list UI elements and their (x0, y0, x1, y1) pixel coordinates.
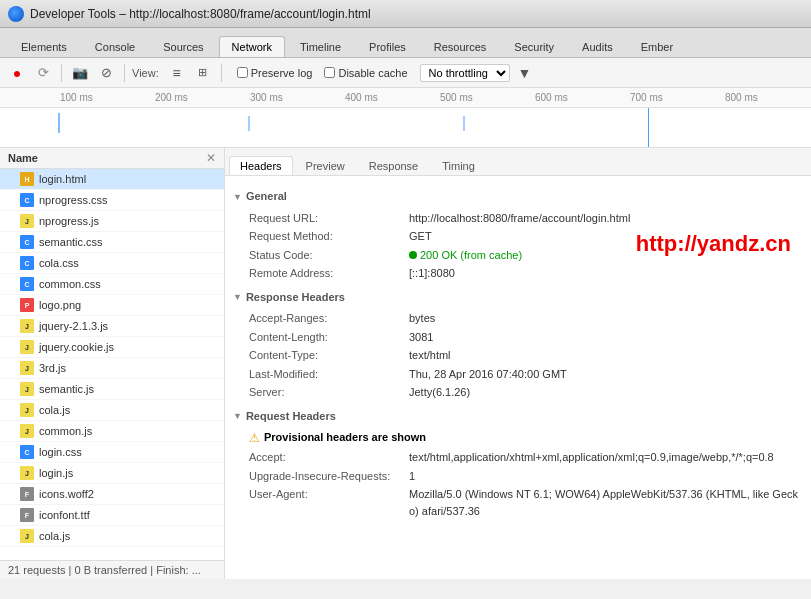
tick-700ms: 700 ms (630, 88, 663, 107)
timeline-vline (648, 108, 649, 148)
file-item-jquery[interactable]: J jquery-2.1.3.js (0, 316, 224, 337)
timeline-marker-3 (463, 116, 465, 131)
file-name-common-js: common.js (39, 425, 92, 437)
tab-ember[interactable]: Ember (628, 36, 686, 57)
throttle-select[interactable]: No throttling (420, 64, 510, 82)
request-val-upgrade: 1 (409, 468, 415, 485)
response-key-last-modified: Last-Modified: (249, 366, 409, 383)
file-icon-font-1: F (20, 487, 34, 501)
file-name-icons-woff2: icons.woff2 (39, 488, 94, 500)
file-icon-js-3: J (20, 340, 34, 354)
filter-button[interactable]: ⊘ (95, 62, 117, 84)
file-item-iconfont-ttf[interactable]: F iconfont.ttf (0, 505, 224, 526)
file-icon-js-9: J (20, 529, 34, 543)
file-icon-js-5: J (20, 382, 34, 396)
close-panel-button[interactable]: ✕ (206, 151, 216, 165)
view-list-button[interactable]: ≡ (166, 62, 188, 84)
detail-tab-preview[interactable]: Preview (295, 156, 356, 175)
view-grid-button[interactable]: ⊞ (192, 62, 214, 84)
file-item-icons-woff2[interactable]: F icons.woff2 (0, 484, 224, 505)
response-row-1: Content-Length: 3081 (233, 328, 803, 347)
tab-resources[interactable]: Resources (421, 36, 500, 57)
response-val-content-length: 3081 (409, 329, 433, 346)
response-val-content-type: text/html (409, 347, 451, 364)
tab-profiles[interactable]: Profiles (356, 36, 419, 57)
file-item-jquery-cookie[interactable]: J jquery.cookie.js (0, 337, 224, 358)
general-section-header: General (233, 188, 803, 206)
detail-tab-timing[interactable]: Timing (431, 156, 486, 175)
record-button[interactable]: ● (6, 62, 28, 84)
file-item-cola-css[interactable]: C cola.css (0, 253, 224, 274)
file-item-login-css[interactable]: C login.css (0, 442, 224, 463)
tab-network[interactable]: Network (219, 36, 285, 57)
file-item-common-css[interactable]: C common.css (0, 274, 224, 295)
file-icon-css-1: C (20, 193, 34, 207)
tab-elements[interactable]: Elements (8, 36, 80, 57)
tick-500ms: 600 ms (535, 88, 568, 107)
detail-content: http://yandz.cn General Request URL: htt… (225, 176, 811, 579)
toolbar-separator-2 (124, 64, 125, 82)
tab-security[interactable]: Security (501, 36, 567, 57)
request-warning-row: ⚠ Provisional headers are shown (233, 428, 803, 448)
general-val-status: 200 OK (from cache) (409, 247, 522, 264)
detail-tab-headers[interactable]: Headers (229, 156, 293, 175)
network-toolbar: ● ⟳ 📷 ⊘ View: ≡ ⊞ Preserve log Disable c… (0, 58, 811, 88)
disable-cache-checkbox[interactable] (324, 67, 335, 78)
tick-100ms: 100 ms (60, 88, 93, 107)
request-row-2: User-Agent: Mozilla/5.0 (Windows NT 6.1;… (233, 485, 803, 520)
view-label: View: (132, 67, 159, 79)
file-item-3rd[interactable]: J 3rd.js (0, 358, 224, 379)
file-list-header-label: Name (8, 152, 38, 164)
request-row-1: Upgrade-Insecure-Requests: 1 (233, 467, 803, 486)
file-item-cola-js-2[interactable]: J cola.js (0, 526, 224, 547)
preserve-log-checkbox[interactable] (237, 67, 248, 78)
request-key-accept: Accept: (249, 449, 409, 466)
tab-sources[interactable]: Sources (150, 36, 216, 57)
timeline-marker-2 (248, 116, 250, 131)
tab-console[interactable]: Console (82, 36, 148, 57)
general-val-url: http://localhost:8080/frame/account/logi… (409, 210, 630, 227)
toolbar-separator-1 (61, 64, 62, 82)
request-key-user-agent: User-Agent: (249, 486, 409, 519)
throttle-arrow[interactable]: ▼ (518, 65, 532, 81)
file-name-logo-png: logo.png (39, 299, 81, 311)
tab-timeline[interactable]: Timeline (287, 36, 354, 57)
file-item-common-js[interactable]: J common.js (0, 421, 224, 442)
general-row-method: Request Method: GET (233, 227, 803, 246)
request-val-accept: text/html,application/xhtml+xml,applicat… (409, 449, 774, 466)
file-name-3rd: 3rd.js (39, 362, 66, 374)
title-text: Developer Tools – http://localhost:8080/… (30, 7, 371, 21)
response-row-3: Last-Modified: Thu, 28 Apr 2016 07:40:00… (233, 365, 803, 384)
file-item-semantic-js[interactable]: J semantic.js (0, 379, 224, 400)
file-item-nprogress-js[interactable]: J nprogress.js (0, 211, 224, 232)
tab-audits[interactable]: Audits (569, 36, 626, 57)
title-bar: Developer Tools – http://localhost:8080/… (0, 0, 811, 28)
disable-cache-group: Disable cache (324, 67, 407, 79)
response-val-accept-ranges: bytes (409, 310, 435, 327)
file-item-login-html[interactable]: H login.html (0, 169, 224, 190)
response-val-last-modified: Thu, 28 Apr 2016 07:40:00 GMT (409, 366, 567, 383)
response-key-accept-ranges: Accept-Ranges: (249, 310, 409, 327)
detail-tab-response[interactable]: Response (358, 156, 430, 175)
file-name-iconfont-ttf: iconfont.ttf (39, 509, 90, 521)
detail-tab-bar: Headers Preview Response Timing (225, 148, 811, 176)
stop-button[interactable]: ⟳ (32, 62, 54, 84)
file-item-login-js[interactable]: J login.js (0, 463, 224, 484)
top-tab-bar: Elements Console Sources Network Timelin… (0, 28, 811, 58)
camera-button[interactable]: 📷 (69, 62, 91, 84)
file-name-jquery: jquery-2.1.3.js (39, 320, 108, 332)
file-icon-js-4: J (20, 361, 34, 375)
file-name-nprogress-js: nprogress.js (39, 215, 99, 227)
general-row-remote: Remote Address: [::1]:8080 (233, 264, 803, 283)
file-icon-css-5: C (20, 445, 34, 459)
file-item-nprogress-css[interactable]: C nprogress.css (0, 190, 224, 211)
file-item-logo-png[interactable]: P logo.png (0, 295, 224, 316)
file-name-semantic-js: semantic.js (39, 383, 94, 395)
file-list-header: Name ✕ (0, 148, 224, 169)
file-item-cola-js[interactable]: J cola.js (0, 400, 224, 421)
file-icon-js-7: J (20, 424, 34, 438)
tick-200ms: 200 ms (155, 88, 188, 107)
file-item-semantic-css[interactable]: C semantic.css (0, 232, 224, 253)
file-icon-js-8: J (20, 466, 34, 480)
response-key-content-length: Content-Length: (249, 329, 409, 346)
